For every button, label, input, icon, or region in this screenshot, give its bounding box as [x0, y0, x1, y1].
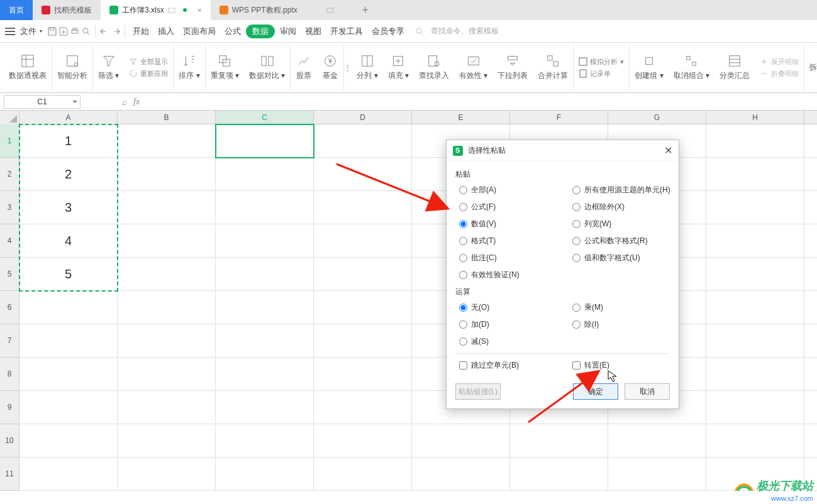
ok-button[interactable]: 确定: [573, 383, 618, 400]
col-D[interactable]: D: [314, 111, 412, 124]
radio-border[interactable]: 边框除外(X): [572, 202, 686, 212]
cells-area[interactable]: 1 2 3 4 5: [19, 124, 817, 491]
menu-layout[interactable]: 页面布局: [179, 23, 220, 40]
print-icon[interactable]: [70, 26, 80, 36]
tab-workbook[interactable]: 工作簿3.xlsx ✕: [101, 0, 211, 20]
ribbon-subtotal[interactable]: 分类汇总: [714, 45, 755, 90]
select-all-corner[interactable]: [0, 111, 19, 124]
menu-view[interactable]: 视图: [301, 23, 325, 40]
save-icon[interactable]: [47, 26, 57, 36]
close-tab-icon[interactable]: ✕: [197, 7, 202, 14]
ribbon-filter[interactable]: 筛选 ▾: [93, 45, 124, 90]
tab-ppt[interactable]: WPS PPT教程.pptx: [211, 0, 353, 20]
radio-width[interactable]: 列宽(W): [572, 219, 686, 229]
radio-valnum[interactable]: 值和数字格式(U): [572, 253, 686, 263]
radio-op-none[interactable]: 无(O): [459, 302, 572, 313]
ribbon-more[interactable]: ⋮: [344, 45, 352, 90]
col-G[interactable]: G: [608, 111, 706, 124]
menu-dev[interactable]: 开发工具: [326, 23, 367, 40]
radio-fmtnum[interactable]: 公式和数字格式(R): [572, 236, 686, 246]
ribbon-dropdown[interactable]: 下拉列表: [492, 45, 533, 90]
ribbon-fill[interactable]: 填充 ▾: [383, 45, 414, 90]
radio-theme[interactable]: 所有使用源主题的单元(H): [572, 185, 686, 195]
ribbon-group[interactable]: 创建组 ▾: [630, 45, 668, 90]
redo-icon[interactable]: [111, 26, 121, 36]
col-B[interactable]: B: [118, 111, 216, 124]
close-icon[interactable]: ✕: [664, 145, 672, 156]
cell-A1[interactable]: 1: [19, 124, 118, 158]
radio-op-mul[interactable]: 乘(M): [572, 302, 686, 313]
spreadsheet-grid[interactable]: A B C D E F G H 1 2 3 4 5 6 7 8 9 10 11 …: [0, 111, 817, 503]
ribbon-split[interactable]: 分列 ▾: [352, 45, 382, 90]
col-C[interactable]: C: [216, 111, 314, 124]
ribbon-record[interactable]: 记录单: [579, 69, 611, 79]
row-5[interactable]: 5: [0, 258, 19, 291]
radio-formula[interactable]: 公式(F): [459, 202, 572, 212]
radio-valid[interactable]: 有效性验证(N): [459, 270, 572, 280]
row-4[interactable]: 4: [0, 224, 19, 258]
row-7[interactable]: 7: [0, 324, 19, 358]
undo-icon[interactable]: [99, 26, 109, 36]
menu-start[interactable]: 开始: [129, 23, 153, 40]
menu-member[interactable]: 会员专享: [368, 23, 408, 40]
radio-op-add[interactable]: 加(D): [459, 319, 572, 330]
radio-op-div[interactable]: 除(I): [572, 319, 686, 330]
row-1[interactable]: 1: [0, 124, 19, 158]
ribbon-fund[interactable]: ¥基金: [317, 45, 344, 90]
menu-review[interactable]: 审阅: [276, 23, 300, 40]
ribbon-reapply[interactable]: 重新应用: [129, 69, 168, 79]
ribbon-consolidate[interactable]: 合并计算: [533, 45, 574, 90]
preview-icon[interactable]: [81, 26, 91, 36]
tab-templates[interactable]: 找稻壳模板: [33, 0, 101, 20]
ribbon-expand[interactable]: 展开明细: [760, 57, 799, 67]
ribbon-show-all[interactable]: 全部显示: [129, 57, 168, 67]
radio-format[interactable]: 格式(T): [459, 236, 572, 246]
checkbox-skip-blanks[interactable]: 跳过空单元(B): [459, 360, 572, 371]
row-8[interactable]: 8: [0, 358, 19, 391]
radio-comment[interactable]: 批注(C): [459, 253, 572, 263]
cell-A5[interactable]: 5: [19, 258, 118, 291]
new-tab-button[interactable]: +: [353, 0, 378, 20]
checkbox-transpose[interactable]: 转置(E): [572, 360, 686, 371]
ribbon-sort[interactable]: 排序 ▾: [174, 45, 205, 90]
col-A[interactable]: A: [19, 111, 118, 124]
dialog-titlebar[interactable]: 选择性粘贴 ✕: [447, 140, 679, 162]
ribbon-validate[interactable]: 有效性 ▾: [454, 45, 492, 90]
cell-A3[interactable]: 3: [19, 191, 118, 224]
row-2[interactable]: 2: [0, 158, 19, 191]
hamburger-icon[interactable]: [5, 28, 15, 35]
search-input[interactable]: 查找命令、搜索模板: [431, 26, 499, 36]
row-10[interactable]: 10: [0, 424, 19, 457]
ribbon-collapse[interactable]: 折叠明细: [760, 69, 799, 79]
col-H[interactable]: H: [706, 111, 804, 124]
ribbon-compare[interactable]: 数据对比 ▾: [244, 45, 291, 90]
search-icon[interactable]: [414, 26, 425, 36]
save-as-icon[interactable]: [58, 26, 69, 36]
radio-value[interactable]: 数值(V): [459, 219, 572, 229]
radio-all[interactable]: 全部(A): [459, 185, 572, 195]
col-F[interactable]: F: [510, 111, 608, 124]
ribbon-sim[interactable]: 模拟分析 ▾: [579, 57, 624, 67]
zoom-icon[interactable]: ⌕: [122, 97, 127, 107]
fx-icon[interactable]: fx: [133, 97, 140, 107]
tab-home[interactable]: 首页: [0, 0, 33, 20]
ribbon-smart[interactable]: 智能分析: [52, 45, 93, 90]
ribbon-splitcol[interactable]: 拆分: [804, 45, 817, 90]
cancel-button[interactable]: 取消: [625, 383, 670, 400]
ribbon-lookup[interactable]: 查找录入: [414, 45, 454, 90]
menu-data[interactable]: 数据: [246, 25, 275, 38]
row-3[interactable]: 3: [0, 191, 19, 224]
ribbon-pivot[interactable]: 数据透视表: [4, 45, 52, 90]
ribbon-stock[interactable]: 股票: [291, 45, 317, 90]
menu-formula[interactable]: 公式: [221, 23, 245, 40]
row-6[interactable]: 6: [0, 291, 19, 324]
menu-insert[interactable]: 插入: [154, 23, 178, 40]
cell-A4[interactable]: 4: [19, 224, 118, 258]
name-box[interactable]: C1: [4, 95, 81, 109]
col-E[interactable]: E: [412, 111, 510, 124]
row-11[interactable]: 11: [0, 457, 19, 491]
cell-A2[interactable]: 2: [19, 158, 118, 191]
menu-file[interactable]: 文件▾: [16, 23, 46, 40]
ribbon-ungroup[interactable]: 取消组合 ▾: [669, 45, 714, 90]
radio-op-sub[interactable]: 减(S): [459, 336, 572, 347]
